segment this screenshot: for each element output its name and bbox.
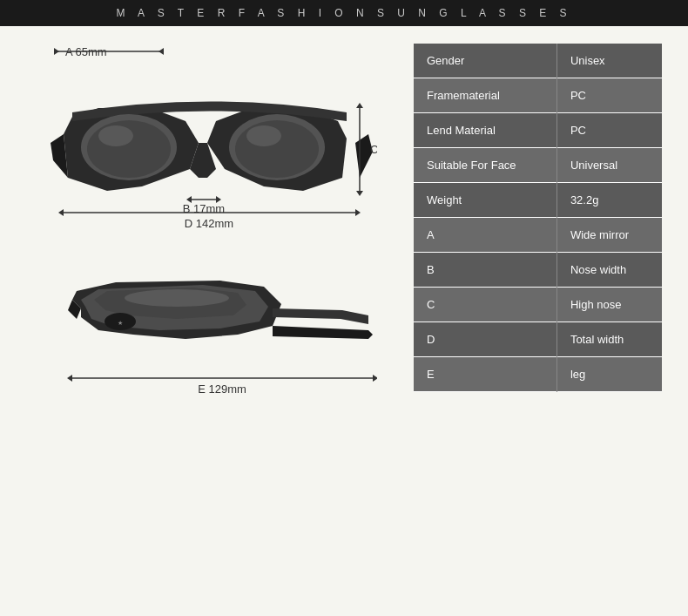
spec-label: Suitable For Face xyxy=(414,148,556,183)
spec-value: Nose width xyxy=(556,253,662,288)
svg-marker-18 xyxy=(58,209,64,216)
svg-point-6 xyxy=(235,120,319,178)
spec-value: 32.2g xyxy=(556,183,662,218)
specs-table: Gender Unisex Framematerial PC Lend Mate… xyxy=(414,44,662,392)
svg-marker-19 xyxy=(355,209,361,216)
svg-marker-25 xyxy=(67,375,72,382)
spec-value: Total width xyxy=(556,322,662,357)
spec-label: B xyxy=(414,253,556,288)
dimension-a-label: A 65mm xyxy=(65,45,107,58)
svg-text:C56mm: C56mm xyxy=(370,143,377,156)
svg-point-5 xyxy=(87,120,171,178)
left-panel: A 65mm xyxy=(26,44,396,597)
page-header: M A S T E R F A S H I O N S U N G L A S … xyxy=(0,0,688,26)
header-title: M A S T E R F A S H I O N S U N G L A S … xyxy=(116,7,571,19)
spec-value: PC xyxy=(556,113,662,148)
spec-value: Universal xyxy=(556,148,662,183)
table-row: Gender Unisex xyxy=(414,44,662,78)
main-content: A 65mm xyxy=(0,26,688,614)
spec-label: C xyxy=(414,288,556,322)
svg-point-21 xyxy=(125,289,229,307)
spec-value: PC xyxy=(556,78,662,113)
svg-text:★: ★ xyxy=(118,320,123,326)
table-row: D Total width xyxy=(414,322,662,357)
table-row: Lend Material PC xyxy=(414,113,662,148)
table-row: Weight 32.2g xyxy=(414,183,662,218)
right-panel: Gender Unisex Framematerial PC Lend Mate… xyxy=(414,44,662,597)
svg-marker-26 xyxy=(373,375,377,382)
spec-label: Gender xyxy=(414,44,556,78)
spec-value: High nose xyxy=(556,288,662,322)
table-row: Framematerial PC xyxy=(414,78,662,113)
spec-value: Wide mirror xyxy=(556,218,662,253)
svg-point-8 xyxy=(246,125,281,146)
table-row: E leg xyxy=(414,357,662,392)
spec-label: Lend Material xyxy=(414,113,556,148)
spec-label: E xyxy=(414,357,556,392)
svg-text:E 129mm: E 129mm xyxy=(198,382,246,396)
bottom-diagram: ★ E 129mm xyxy=(26,256,396,413)
spec-label: Framematerial xyxy=(414,78,556,113)
svg-point-7 xyxy=(98,125,133,146)
glasses-top-view: C56mm B 17mm D 142mm xyxy=(46,64,377,230)
spec-value: leg xyxy=(556,357,662,392)
top-diagram: A 65mm xyxy=(26,44,396,230)
spec-label: A xyxy=(414,218,556,253)
spec-value: Unisex xyxy=(556,44,662,78)
svg-text:D 142mm: D 142mm xyxy=(184,217,233,230)
svg-marker-1 xyxy=(54,48,59,55)
spec-label: Weight xyxy=(414,183,556,218)
svg-marker-11 xyxy=(356,191,363,196)
svg-marker-10 xyxy=(356,103,363,108)
table-row: Suitable For Face Universal xyxy=(414,148,662,183)
svg-marker-2 xyxy=(159,48,164,55)
spec-label: D xyxy=(414,322,556,357)
glasses-side-view: ★ E 129mm xyxy=(46,256,377,413)
table-row: C High nose xyxy=(414,288,662,322)
table-row: B Nose width xyxy=(414,253,662,288)
table-row: A Wide mirror xyxy=(414,218,662,253)
